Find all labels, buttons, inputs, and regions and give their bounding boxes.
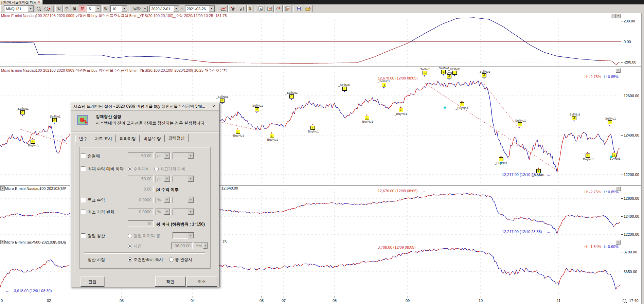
time-axis-label: 05 (260, 299, 264, 303)
stop-loss-extra-combo[interactable]: ▼ (173, 153, 194, 159)
time-axis-label: 09 (406, 299, 410, 303)
bars-value-field[interactable]: 10 (128, 220, 154, 227)
pane2-restore-button[interactable]: □ (616, 68, 621, 73)
arrow-right-icon: → (547, 173, 550, 177)
edit-button[interactable]: 편집 (80, 276, 104, 287)
price-axis-label: -200.00 (624, 60, 636, 64)
time-axis-tick (262, 296, 262, 298)
day-close-checkbox[interactable] (81, 233, 86, 238)
price-axis-label: 12200.00 (624, 173, 639, 177)
time-radio[interactable] (128, 244, 132, 248)
pane3-restore-button[interactable]: □ (616, 186, 621, 191)
dialog-title: 시스템 트레이딩 설정 - 2020 0909 이평커플 buy 외인선물주식금… (73, 104, 205, 109)
max-drawdown-unit-combo[interactable]: pt▼ (156, 176, 171, 182)
after-profit-label: pt 수익 이후 (156, 187, 179, 193)
price-axis-label: 12200.00 (624, 232, 639, 236)
tab-variables[interactable]: 변수 (75, 135, 91, 142)
price-axis-label: 12400.00 (624, 214, 639, 218)
last-bar-radio[interactable] (128, 234, 132, 238)
last-bar-label: 당일 마지막 봉 (133, 233, 160, 239)
time-axis-tick (49, 296, 49, 298)
chevron-down-icon: ▼ (203, 243, 208, 249)
current-time-label: 17:40 (629, 299, 639, 303)
tab-cost-qty[interactable]: 비용/수량 (140, 135, 164, 142)
max-drawdown-extra-combo[interactable]: ▼ (173, 176, 194, 182)
bars-range-label: 봉 이내 (허용범위 : 1~150) (156, 221, 205, 227)
target-profit-checkbox[interactable] (81, 198, 86, 202)
on-condition-radio[interactable] (128, 257, 132, 262)
min-change-checkbox[interactable] (81, 210, 86, 214)
pane3-low-annotation: 12,217.00 (12/10 23:35)→ (502, 230, 550, 234)
time-axis-tick (122, 296, 122, 298)
tab-chart-display[interactable]: 차트 표시 (91, 135, 116, 142)
max-drawdown-value-field[interactable]: 50.00 (128, 176, 154, 182)
time-zoom-icon[interactable] (623, 299, 626, 303)
target-profit-value-field[interactable]: 0.0000 (128, 197, 154, 203)
arrow-left-icon: ← (5, 289, 9, 293)
after-profit-value-field[interactable]: 0.00 (128, 186, 154, 192)
time-axis-tick (284, 296, 284, 298)
target-profit-extra-combo[interactable]: ▼ (173, 197, 194, 203)
stop-loss-checkbox[interactable] (81, 154, 86, 158)
price-axis-label: 12600.00 (624, 196, 639, 200)
profit-based-radio[interactable] (128, 167, 132, 171)
stop-loss-label: 손절매 (88, 153, 100, 159)
pane3-high-annotation: 12,670.00 (12/09 08:05)→ (378, 189, 426, 193)
stop-loss-unit-combo[interactable]: pt▼ (156, 153, 171, 159)
chevron-down-icon: ▼ (188, 176, 194, 182)
stop-loss-value-field[interactable]: 50.00 (128, 153, 154, 159)
right-scrollbar[interactable] (641, 13, 644, 304)
pane4-dropdown-icon[interactable]: ▼ (0, 240, 5, 244)
time-axis-tick (408, 296, 408, 298)
pane4-title-fragment: 75 (222, 240, 227, 244)
pane-divider[interactable] (0, 67, 644, 67)
ok-button[interactable]: 확인 (155, 276, 185, 287)
max-drawdown-checkbox[interactable] (81, 166, 86, 171)
cancel-button[interactable]: 취소 (186, 276, 217, 287)
pane1-close-button[interactable]: ✕ (616, 14, 621, 18)
dialog-close-button[interactable]: ✕ (211, 104, 216, 109)
last-bar-combo[interactable]: ▼ (173, 232, 194, 239)
min-change-value-field[interactable]: 0.0000 (128, 209, 154, 215)
chevron-down-icon: ▼ (188, 233, 194, 238)
chevron-down-icon: ▼ (164, 209, 170, 215)
target-profit-label: 목표 수익 (88, 197, 105, 203)
axis-tick (621, 252, 623, 252)
tab-forced-liquidation[interactable]: 강제청산 (165, 134, 189, 142)
target-profit-unit-combo[interactable]: %▼ (156, 197, 171, 203)
min-change-unit-combo[interactable]: %▼ (156, 209, 171, 215)
chevron-down-icon: ▼ (164, 197, 170, 203)
pane1-minimize-button[interactable]: ─ (611, 14, 616, 18)
pane3-dropdown-icon[interactable]: ▼ (0, 186, 5, 191)
time-axis-label: 11 (557, 299, 560, 303)
tab-pyramiding[interactable]: 피라미딩 (116, 135, 140, 142)
min-change-extra-combo[interactable]: ▼ (173, 209, 194, 215)
pane2-title: Micro E-mini Nasdaq100-202103 2020 0909 … (1, 68, 227, 73)
axis-tick (621, 42, 623, 42)
time-axis-tick (481, 296, 481, 298)
pane4-restore-button[interactable]: □ (616, 240, 621, 245)
simulation-chart-window: [3020] 시뮬레이션 차트 ✕ MNQH21 ▼ ◀ 일 주 월 분 5 ▼… (0, 0, 644, 304)
on-bar-complete-radio[interactable] (169, 257, 174, 262)
dialog-title-bar[interactable]: 시스템 트레이딩 설정 - 2020 0909 이평커플 buy 외인선물주식금… (71, 103, 219, 111)
time-value-field[interactable]: 06:00:00 (171, 243, 193, 249)
ampm-combo[interactable]: AM▼ (194, 243, 208, 249)
time-axis: 17:40 0020304050708091011 (0, 296, 644, 304)
time-axis-label: 08 (333, 299, 337, 303)
low-pct: L: 0.85% (604, 75, 619, 79)
chevron-down-icon: ▼ (188, 153, 194, 159)
highest-price-radio[interactable] (154, 167, 159, 171)
axis-tick (621, 96, 623, 96)
axis-tick (621, 62, 623, 62)
exit-timing-label: 청산 시점 (88, 257, 105, 263)
axis-tick (621, 21, 623, 21)
axis-tick (621, 272, 623, 272)
profit-based-label: 수익대비 (133, 166, 150, 172)
low-pct: L: 0.60% (604, 245, 619, 249)
time-axis-label: 0 (1, 299, 3, 303)
axis-tick (621, 216, 623, 217)
day-close-label: 당일 청산 (88, 233, 105, 239)
time-radio-label: 시간 (133, 243, 142, 249)
on-condition-label: 조건만족시 즉시 (133, 257, 163, 263)
time-axis-label: 03 (120, 299, 124, 303)
